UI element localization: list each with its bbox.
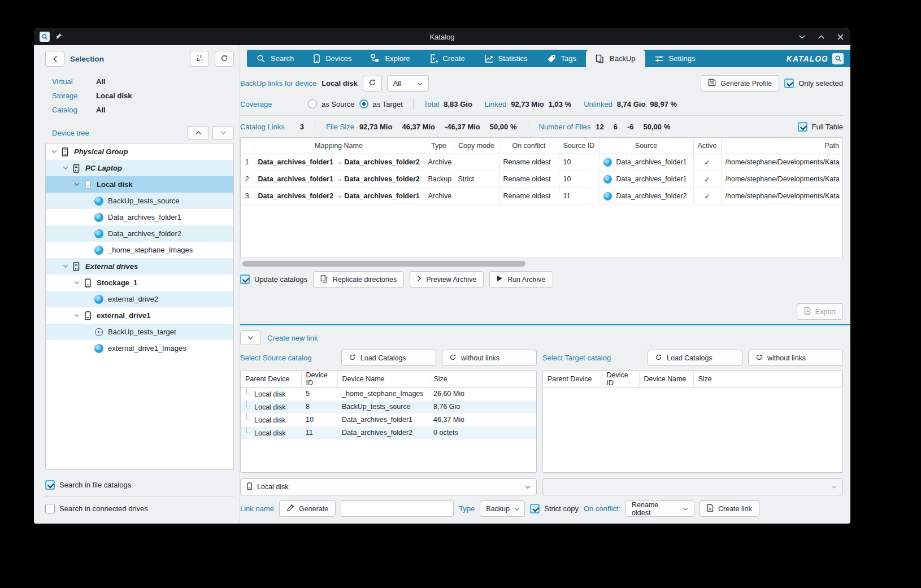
tab-statistics[interactable]: Statistics	[475, 50, 537, 67]
chevron-down-icon	[514, 505, 520, 513]
chevron-down-icon[interactable]	[72, 182, 82, 186]
tree-item-pc-laptop[interactable]: PC Laptop	[46, 160, 233, 176]
col-device-name[interactable]: Device Name	[639, 371, 693, 387]
list-item[interactable]: Local disk 10 Data_archives_folder1 46,3…	[241, 413, 536, 426]
file-size-2: -46,37 Mio	[445, 123, 480, 131]
window-shade-icon[interactable]	[797, 32, 806, 41]
refresh-icon	[449, 354, 457, 363]
tab-search[interactable]: Search	[247, 50, 303, 67]
source-without-links-button[interactable]: without links	[442, 350, 537, 366]
col-size[interactable]: Size	[429, 371, 536, 387]
tree-item-external-drive1-images[interactable]: external_drive1_Images	[46, 340, 233, 356]
computer-icon	[71, 262, 82, 271]
export-button[interactable]: Export	[797, 303, 843, 320]
tab-backup[interactable]: BackUp	[586, 50, 645, 67]
col-path[interactable]: Path	[721, 138, 842, 154]
generate-name-button[interactable]: Generate	[279, 500, 336, 517]
list-item[interactable]: Local disk 11 Data_archives_folder2 0 oc…	[241, 426, 536, 439]
target-without-links-button[interactable]: without links	[748, 350, 843, 366]
window-title: Katalog	[164, 33, 720, 41]
preview-archive-button[interactable]: Preview Archive	[410, 271, 484, 288]
col-parent-device[interactable]: Parent Device	[241, 371, 301, 387]
col-parent-device[interactable]: Parent Device	[543, 371, 602, 387]
as-source-radio[interactable]: as Source	[308, 99, 355, 108]
tree-item-local-disk[interactable]: Local disk	[46, 176, 233, 193]
refresh-links-button[interactable]	[363, 76, 382, 92]
refresh-icon	[368, 79, 376, 88]
col-source-id[interactable]: Source ID	[559, 138, 599, 154]
tree-item-backup-tests-target[interactable]: BackUp_tests_target	[46, 324, 233, 340]
unlinked-label: Unlinked	[584, 100, 612, 108]
col-active[interactable]: Active	[693, 138, 721, 154]
tab-settings[interactable]: Settings	[645, 50, 705, 67]
load-source-catalogs-button[interactable]: Load Catalogs	[341, 350, 436, 366]
col-on-conflict[interactable]: On conflict	[499, 138, 559, 154]
chevron-down-icon[interactable]	[60, 166, 71, 170]
tree-item-stockage-1[interactable]: Stockage_1	[46, 275, 233, 291]
chevron-down-icon[interactable]	[60, 264, 71, 268]
tab-devices[interactable]: Devices	[303, 50, 361, 67]
table-row[interactable]: 2 Data_archives_folder1 → Data_archives_…	[241, 171, 842, 188]
chevron-down-icon[interactable]	[72, 313, 82, 317]
col-device-id[interactable]: Device ID	[301, 371, 337, 387]
tree-item-backup-tests-source[interactable]: BackUp_tests_source	[46, 193, 233, 209]
run-archive-button[interactable]: Run Archive	[489, 271, 553, 288]
refresh-selection-button[interactable]	[215, 51, 234, 67]
tab-explore[interactable]: Explore	[361, 50, 419, 67]
load-target-catalogs-button[interactable]: Load Catalogs	[648, 350, 742, 366]
tree-item-external-drives[interactable]: External drives	[46, 258, 233, 275]
col-copy-mode[interactable]: Copy mode	[454, 138, 499, 154]
chevron-down-icon[interactable]	[72, 281, 82, 285]
link-type-dropdown[interactable]: Backup	[480, 500, 525, 517]
link-name-input[interactable]	[341, 500, 454, 517]
full-table-checkbox[interactable]: Full Table	[798, 122, 843, 132]
tree-item-data-archives-folder1[interactable]: Data_archives_folder1	[46, 209, 233, 225]
col-device-id[interactable]: Device ID	[602, 371, 639, 387]
tree-item-physical-group[interactable]: Physical Group	[46, 143, 233, 160]
list-item[interactable]: Local disk 5 _home_stephane_Images 26,60…	[241, 387, 536, 400]
update-catalogs-checkbox[interactable]: Update catalogs	[240, 275, 307, 284]
tree-collapse-button[interactable]	[188, 126, 209, 140]
create-link-collapse-button[interactable]	[240, 330, 260, 345]
col-type[interactable]: Type	[424, 138, 454, 154]
tree-item-home-stephane-images[interactable]: _home_stephane_Images	[46, 242, 233, 258]
generate-profile-button[interactable]: Generate Profile	[701, 75, 779, 92]
as-target-radio[interactable]: as Target	[359, 99, 403, 108]
pin-icon[interactable]	[55, 32, 63, 41]
scrollbar-thumb[interactable]	[242, 261, 525, 267]
source-device-dropdown[interactable]: Local disk	[240, 478, 537, 495]
link-filter-dropdown[interactable]: All	[387, 75, 429, 92]
row-number-header[interactable]	[241, 138, 254, 154]
strict-copy-checkbox[interactable]: Strict copy	[530, 504, 579, 513]
only-selected-checkbox[interactable]: Only selected	[784, 79, 843, 88]
tab-create[interactable]: Create	[420, 50, 475, 67]
replicate-directories-button[interactable]: Replicate directories	[313, 271, 404, 288]
chevron-down-icon[interactable]	[49, 150, 59, 154]
tab-tags[interactable]: Tags	[537, 50, 586, 67]
col-size[interactable]: Size	[693, 371, 842, 387]
tree-item-data-archives-folder2[interactable]: Data_archives_folder2	[46, 225, 233, 242]
clear-selection-button[interactable]	[190, 51, 209, 67]
tree-item-external-drive1[interactable]: external_drive1	[46, 307, 233, 324]
col-mapping-name[interactable]: Mapping Name	[254, 138, 424, 154]
target-device-dropdown[interactable]	[542, 478, 843, 495]
list-item[interactable]: Local disk 8 BackUp_tests_source 8,76 Gi…	[241, 400, 536, 413]
window-maximize-icon[interactable]	[816, 32, 826, 41]
search-connected-drives-checkbox[interactable]: Search in connected drives	[45, 500, 234, 517]
back-button[interactable]	[45, 51, 64, 67]
unlinked-value: 8,74 Gio	[617, 100, 646, 108]
table-row[interactable]: 3 Data_archives_folder2 → Data_archives_…	[241, 188, 842, 204]
horizontal-scrollbar[interactable]	[240, 260, 843, 267]
tree-expand-button[interactable]	[212, 126, 234, 140]
files-0: 12	[596, 123, 603, 131]
tree-item-external-drive2[interactable]: external_drive2	[46, 291, 233, 307]
window-close-icon[interactable]	[836, 32, 845, 41]
table-row[interactable]: 1 Data_archives_folder1 → Data_archives_…	[241, 154, 842, 171]
on-conflict-dropdown[interactable]: Rename oldest	[625, 500, 694, 517]
create-link-button[interactable]: Create link	[700, 500, 759, 517]
col-device-name[interactable]: Device Name	[337, 371, 429, 387]
search-file-catalogs-checkbox[interactable]: Search in file catalogs	[45, 477, 234, 493]
col-source[interactable]: Source	[599, 138, 693, 154]
katalog-logo: KATALOG	[787, 50, 850, 67]
target-catalog-table: Parent Device Device ID Device Name Size	[542, 371, 843, 473]
